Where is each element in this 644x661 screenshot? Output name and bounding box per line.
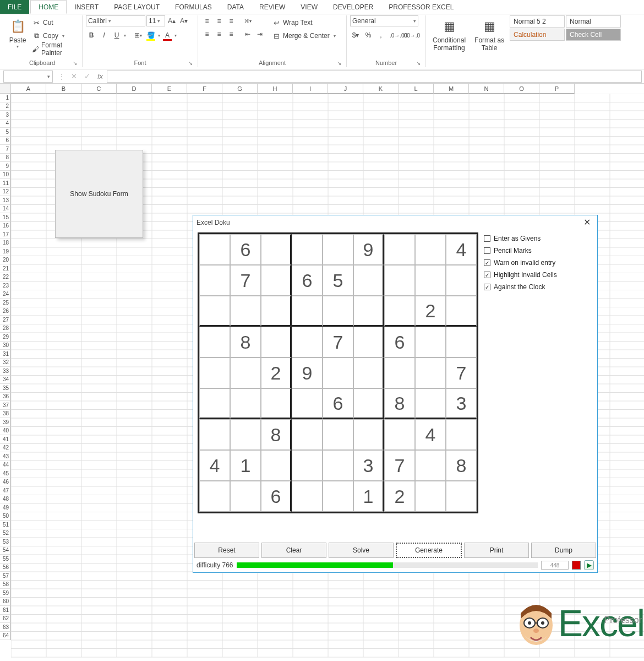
spreadsheet-grid[interactable]: ABCDEFGHIJKLMNOP 12345678910111213141516… <box>0 84 644 660</box>
align-middle-icon[interactable]: ≡ <box>214 15 225 26</box>
sudoku-cell-0-4[interactable] <box>323 234 353 265</box>
alignment-dialog-launcher[interactable]: ↘ <box>335 59 343 67</box>
row-head-39[interactable]: 39 <box>0 418 11 427</box>
row-head-61[interactable]: 61 <box>0 606 11 615</box>
generate-button[interactable]: Generate <box>396 543 462 558</box>
name-box[interactable]: ▾ <box>3 71 53 83</box>
style-normal[interactable]: Normal <box>566 15 621 28</box>
conditional-formatting-button[interactable]: ▦ Conditional Formatting <box>429 15 469 55</box>
orientation-icon[interactable]: ⤭▾ <box>242 15 253 26</box>
font-color-button[interactable]: A <box>162 30 173 41</box>
format-painter-button[interactable]: 🖌Format Painter <box>30 43 79 55</box>
sudoku-cell-1-5[interactable] <box>353 265 384 296</box>
sudoku-cell-2-7[interactable]: 2 <box>415 296 446 327</box>
sudoku-cell-7-7[interactable] <box>415 450 446 481</box>
col-head-B[interactable]: B <box>46 84 81 94</box>
row-head-55[interactable]: 55 <box>0 555 11 564</box>
row-head-9[interactable]: 9 <box>0 162 11 171</box>
sudoku-cell-2-5[interactable] <box>353 296 384 327</box>
row-head-19[interactable]: 19 <box>0 247 11 256</box>
row-head-33[interactable]: 33 <box>0 367 11 376</box>
play-button[interactable]: ▶ <box>584 560 594 570</box>
sudoku-cell-2-1[interactable] <box>230 296 261 327</box>
row-head-29[interactable]: 29 <box>0 333 11 342</box>
sudoku-cell-3-0[interactable] <box>199 327 230 357</box>
sudoku-cell-7-3[interactable] <box>292 450 323 481</box>
fx-icon[interactable]: fx <box>94 72 107 80</box>
percent-format-icon[interactable]: % <box>363 30 374 41</box>
row-head-41[interactable]: 41 <box>0 435 11 444</box>
row-head-45[interactable]: 45 <box>0 469 11 478</box>
opt-enter-as-givens[interactable]: Enter as Givens <box>484 235 557 242</box>
font-dialog-launcher[interactable]: ↘ <box>187 59 194 67</box>
dump-button[interactable]: Dump <box>531 543 596 558</box>
accounting-format-icon[interactable]: $▾ <box>350 30 361 41</box>
show-sudoku-form-button[interactable]: Show Sudoku Form <box>55 150 143 238</box>
sudoku-cell-7-1[interactable]: 1 <box>230 450 261 481</box>
row-head-8[interactable]: 8 <box>0 154 11 162</box>
stop-button[interactable] <box>572 561 581 570</box>
sudoku-cell-5-8[interactable]: 3 <box>446 388 477 419</box>
row-head-59[interactable]: 59 <box>0 589 11 598</box>
sudoku-cell-5-1[interactable] <box>230 388 261 419</box>
increase-font-icon[interactable]: A▴ <box>166 15 177 26</box>
copy-button[interactable]: ⧉Copy▾ <box>30 30 79 42</box>
sudoku-cell-7-2[interactable] <box>261 450 292 481</box>
opt-warn-on-invalid-entry[interactable]: ✓Warn on invalid entry <box>484 259 557 267</box>
sudoku-cell-2-2[interactable] <box>261 296 292 327</box>
sudoku-cell-2-6[interactable] <box>384 296 415 327</box>
row-head-28[interactable]: 28 <box>0 324 11 333</box>
number-format-combo[interactable]: General▾ <box>350 15 418 26</box>
sudoku-cell-7-0[interactable]: 4 <box>199 450 230 481</box>
sudoku-cell-0-3[interactable] <box>292 234 323 265</box>
col-head-K[interactable]: K <box>363 84 399 94</box>
sudoku-cell-3-1[interactable]: 8 <box>230 327 261 357</box>
italic-button[interactable]: I <box>99 30 110 41</box>
tab-page-layout[interactable]: PAGE LAYOUT <box>106 0 167 14</box>
row-head-15[interactable]: 15 <box>0 213 11 222</box>
sudoku-cell-6-5[interactable] <box>353 419 384 450</box>
row-head-3[interactable]: 3 <box>0 111 11 120</box>
underline-button[interactable]: U <box>111 30 122 41</box>
sudoku-cell-5-7[interactable] <box>415 388 446 419</box>
sudoku-cell-4-0[interactable] <box>199 357 230 388</box>
decrease-font-icon[interactable]: A▾ <box>178 15 189 26</box>
row-head-53[interactable]: 53 <box>0 538 11 546</box>
row-head-50[interactable]: 50 <box>0 512 11 521</box>
row-head-37[interactable]: 37 <box>0 401 11 410</box>
row-head-17[interactable]: 17 <box>0 230 11 239</box>
sudoku-cell-4-4[interactable] <box>323 357 353 388</box>
sudoku-cell-4-5[interactable] <box>353 357 384 388</box>
sudoku-cell-1-1[interactable]: 7 <box>230 265 261 296</box>
sudoku-cell-0-2[interactable] <box>261 234 292 265</box>
sudoku-cell-6-1[interactable] <box>230 419 261 450</box>
tab-formulas[interactable]: FORMULAS <box>167 0 220 14</box>
sudoku-cell-4-2[interactable]: 2 <box>261 357 292 388</box>
tab-file[interactable]: FILE <box>0 0 29 14</box>
sudoku-cell-0-1[interactable]: 6 <box>230 234 261 265</box>
row-head-14[interactable]: 14 <box>0 205 11 214</box>
sudoku-cell-7-8[interactable]: 8 <box>446 450 477 481</box>
sudoku-cell-3-6[interactable]: 6 <box>384 327 415 357</box>
col-head-O[interactable]: O <box>504 84 539 94</box>
row-head-4[interactable]: 4 <box>0 120 11 128</box>
row-head-56[interactable]: 56 <box>0 564 11 572</box>
style-normal52[interactable]: Normal 5 2 <box>510 15 565 28</box>
col-head-I[interactable]: I <box>293 84 328 94</box>
sudoku-cell-6-3[interactable] <box>292 419 323 450</box>
row-head-10[interactable]: 10 <box>0 171 11 180</box>
tab-home[interactable]: HOME <box>30 0 67 14</box>
tab-insert[interactable]: INSERT <box>67 0 106 14</box>
align-left-icon[interactable]: ≡ <box>201 29 212 40</box>
sudoku-cell-5-4[interactable]: 6 <box>323 388 353 419</box>
sudoku-cell-8-4[interactable] <box>323 481 353 512</box>
enter-formula-icon[interactable]: ✓ <box>80 72 94 80</box>
col-head-D[interactable]: D <box>117 84 152 94</box>
opt-against-the-clock[interactable]: ✓Against the Clock <box>484 283 557 291</box>
comma-format-icon[interactable]: , <box>375 30 386 41</box>
sudoku-cell-3-5[interactable] <box>353 327 384 357</box>
row-head-16[interactable]: 16 <box>0 222 11 231</box>
font-size-combo[interactable]: 11▾ <box>146 15 165 26</box>
sudoku-cell-1-6[interactable] <box>384 265 415 296</box>
col-head-P[interactable]: P <box>539 84 575 94</box>
